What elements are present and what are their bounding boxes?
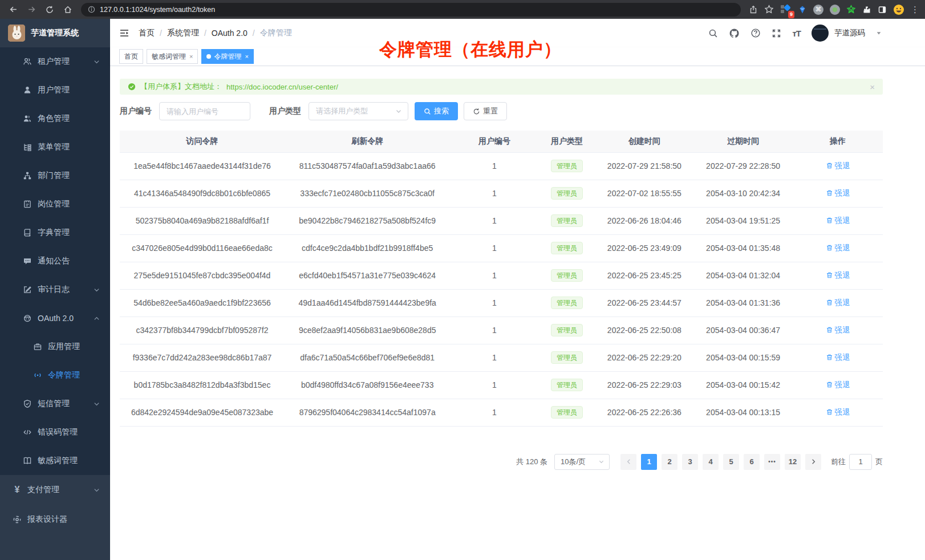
sidebar-item-report-designer[interactable]: 报表设计器 [0,505,110,534]
reset-button[interactable]: 重置 [464,102,507,120]
sidebar-item-tenant[interactable]: 租户管理 [0,47,110,76]
sidebar-item-label: 审计日志 [38,285,70,295]
delete-icon [826,162,833,169]
user-id-cell: 1 [450,344,538,371]
page-button-5[interactable]: 5 [723,454,739,470]
sidebar-item-error-code[interactable]: 错误码管理 [0,418,110,447]
page-button-4[interactable]: 4 [703,454,719,470]
user-type-cell: 管理员 [539,371,595,399]
tab-home[interactable]: 首页 [119,49,143,64]
user-type-cell: 管理员 [539,262,595,289]
breadcrumb: 首页 / 系统管理 / OAuth 2.0 / 令牌管理 [139,28,292,38]
extension-diamond-icon[interactable] [798,5,807,14]
user-type-cell: 管理员 [539,399,595,426]
breadcrumb-home[interactable]: 首页 [139,28,155,38]
access-token-cell: 1ea5e44f8bc1467aaede43144f31de76 [120,152,285,180]
user-avatar[interactable] [812,25,829,42]
force-logout-button[interactable]: 强退 [826,243,850,253]
force-logout-button[interactable]: 强退 [826,161,850,171]
refresh-token-cell: e6cfd40eb1f54571a31e775e039c4624 [285,262,450,289]
force-logout-button[interactable]: 强退 [826,352,850,363]
sidebar-item-post[interactable]: 岗位管理 [0,190,110,218]
sidebar-item-audit-log[interactable]: 审计日志 [0,275,110,304]
sidebar-collapse-icon[interactable] [119,28,129,38]
fullscreen-icon[interactable] [772,29,781,38]
extension-command-icon[interactable]: ⌘ [813,5,823,15]
browser-home-icon[interactable] [60,2,75,17]
share-icon[interactable] [749,5,758,14]
sidebar-item-token-mgmt[interactable]: 令牌管理 [0,361,110,389]
close-icon[interactable]: × [189,53,193,60]
header-search-icon[interactable] [708,29,718,38]
page-button-1[interactable]: 1 [641,454,657,470]
sidebar-item-user[interactable]: 用户管理 [0,76,110,104]
search-button[interactable]: 搜索 [415,102,458,120]
doc-alert: 【用户体系】文档地址： https://doc.iocoder.cn/user-… [120,79,883,95]
force-logout-button[interactable]: 强退 [826,298,850,308]
goto-page-input[interactable] [849,454,872,470]
sidebar-item-oauth[interactable]: OAuth 2.0 [0,304,110,332]
extension-recorder-icon[interactable] [830,5,840,15]
force-logout-button[interactable]: 强退 [826,380,850,390]
sidebar-item-dict[interactable]: 字典管理 [0,218,110,247]
sidebar-item-notice[interactable]: 通知公告 [0,247,110,275]
page-size-select[interactable]: 10条/页 [554,454,610,470]
delete-icon [826,326,833,334]
browser-reload-icon[interactable] [42,2,57,17]
force-logout-button[interactable]: 强退 [826,216,850,226]
sidebar-item-sms[interactable]: 短信管理 [0,389,110,418]
sidebar-item-sensitive-word[interactable]: 敏感词管理 [0,447,110,475]
address-bar[interactable]: 127.0.0.1:1024/system/oauth2/token [81,3,741,17]
table-row: 54d6be82ee5a460a9aedc1f9bf223656 49d1aa4… [120,289,883,316]
force-logout-button[interactable]: 强退 [826,325,850,335]
side-panel-icon[interactable] [878,5,887,14]
tab-token-mgmt[interactable]: 令牌管理× [201,49,253,64]
force-logout-button[interactable]: 强退 [826,270,850,281]
expires-cell: 2054-03-04 00:36:47 [693,316,793,344]
table-row: 502375b8040a469a9b82188afdf6af1f be90422… [120,207,883,234]
breadcrumb-system[interactable]: 系统管理 [167,28,199,38]
extension-icon[interactable]: 9 [780,4,792,15]
sidebar-item-menu-mgmt[interactable]: 菜单管理 [0,133,110,161]
prev-page-button[interactable] [620,454,636,470]
font-size-icon[interactable]: тT [792,29,801,38]
github-icon[interactable] [729,28,740,39]
help-icon[interactable] [750,28,761,38]
page-button-12[interactable]: 12 [785,454,801,470]
close-icon[interactable]: × [245,53,248,60]
app-logo[interactable]: 芋道管理系统 [0,19,110,47]
force-logout-button[interactable]: 强退 [826,407,850,417]
user-id-input[interactable] [159,102,250,120]
more-pages-button[interactable]: ••• [764,454,780,470]
sidebar-item-role[interactable]: 角色管理 [0,104,110,133]
user-id-cell: 1 [450,180,538,207]
page-button-6[interactable]: 6 [744,454,760,470]
top-navbar: 首页 / 系统管理 / OAuth 2.0 / 令牌管理 тT 芋道源码 [110,19,925,47]
site-info-icon[interactable] [88,6,95,13]
action-cell: 强退 [793,371,883,399]
force-logout-button[interactable]: 强退 [826,188,850,198]
sidebar-item-app-mgmt[interactable]: 应用管理 [0,332,110,361]
menu-tree-icon [23,143,32,152]
browser-back-icon[interactable] [6,2,21,17]
sidebar-item-pay[interactable]: ¥ 支付管理 [0,475,110,505]
extensions-puzzle-icon[interactable] [862,5,871,14]
extension-star-icon[interactable] [846,5,856,14]
refresh-token-cell: 8796295f04064c2983414cc54af1097a [285,399,450,426]
profile-avatar[interactable] [893,4,904,15]
browser-menu-icon[interactable]: ⋮ [911,5,919,15]
page-button-3[interactable]: 3 [682,454,698,470]
next-page-button[interactable] [805,454,821,470]
breadcrumb-oauth[interactable]: OAuth 2.0 [212,29,248,38]
delete-icon [826,381,833,388]
user-type-select[interactable]: 请选择用户类型 [309,102,408,120]
tab-sensitive-word[interactable]: 敏感词管理× [147,49,198,64]
sidebar-item-dept[interactable]: 部门管理 [0,161,110,190]
bookmark-star-icon[interactable] [764,5,774,14]
alert-close-icon[interactable]: × [870,82,875,92]
browser-forward-icon[interactable] [24,2,39,17]
col-access-token: 访问令牌 [120,131,285,152]
doc-link[interactable]: https://doc.iocoder.cn/user-center/ [226,83,338,91]
page-button-2[interactable]: 2 [662,454,677,470]
user-caret-down-icon[interactable] [876,30,882,36]
